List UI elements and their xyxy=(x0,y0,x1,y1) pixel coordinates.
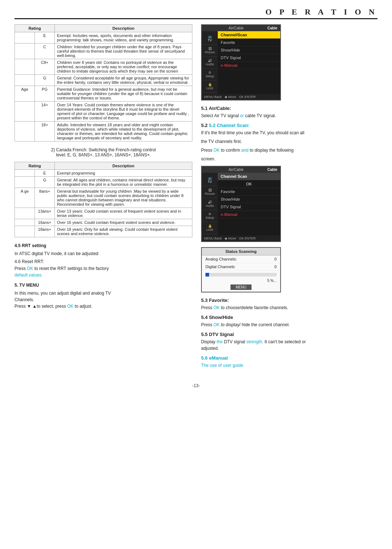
ok-ref-1: OK xyxy=(27,266,33,271)
table-row: 18ans+ Over 18 years: Only for adult vie… xyxy=(15,226,192,237)
tv-menu-bottombar-1: MENU Back ◆ Move OK ENTER xyxy=(202,94,280,100)
table-row: C Children: Intended for younger childre… xyxy=(15,44,192,59)
scan-progress-fill xyxy=(205,273,209,276)
age-cell xyxy=(15,170,35,177)
right-column: Air/Cable Cable 📺TV 🖼Picture 🔊Audio ⚙Set… xyxy=(201,24,377,372)
age-cell xyxy=(15,59,35,75)
tv-menu-screenshot-2: Air/Cable Cable 📺TV 🖼Picture 🔊Audio ⚙Set… xyxy=(201,166,281,242)
section-4-5: 4.5 RRT setting In ATSC digital TV mode,… xyxy=(15,243,192,278)
desc-cell: General: Considered acceptable for all a… xyxy=(55,75,192,86)
ok-ref-5: OK xyxy=(213,322,220,327)
air-cable-label-2: Air/Cable xyxy=(229,168,244,172)
section-51: 5.1 Air/Cable: Select Air TV signal or c… xyxy=(201,106,377,119)
rating-cell: 13ans+ xyxy=(35,208,55,219)
table-row: 13ans+ Over 13 years: Could contain scen… xyxy=(15,208,192,219)
menu-ok-btn: OK xyxy=(218,180,280,188)
section-51-body: Select Air TV signal or cable TV signal. xyxy=(201,112,377,119)
tv-menu-items-1: Channel/Scan Favorite Show/Hide DTV Sign… xyxy=(218,31,280,94)
menu-button[interactable]: MENU xyxy=(230,284,251,290)
table-row: 14+ Over 14 Years: Could contain themes … xyxy=(15,102,192,122)
age-cell xyxy=(15,177,35,188)
page-title: O P E R A T I O N xyxy=(265,7,377,16)
desc-cell: Over 18 years: Only for adult viewing. C… xyxy=(55,226,192,237)
tv-icon-picture-2: 🖼Picture xyxy=(202,186,218,198)
table-row: G General: Considered acceptable for all… xyxy=(15,75,192,86)
rating-cell: 16ans+ xyxy=(35,219,55,226)
rating-cell: C8+ xyxy=(35,59,55,75)
section-53: 5.3 Favorite: Press OK to choose/delete … xyxy=(201,298,377,311)
page-number: -13- xyxy=(15,383,377,388)
desc-cell: Over 16 years: Could contain frequent vi… xyxy=(55,219,192,226)
the-text: the xyxy=(217,339,223,344)
desc-cell: Over 13 years: Could contain scenes of f… xyxy=(55,208,192,219)
desc-cell: Exempt: Includes news, sports, documents… xyxy=(55,32,192,44)
section-53-body: Press OK to choose/delete favorite chann… xyxy=(201,304,377,311)
age-cell xyxy=(15,75,35,86)
ok-ref-2: OK xyxy=(67,304,73,309)
desc-cell: Adults: Intended for viewers 18 years an… xyxy=(55,122,192,142)
table-row: 16ans+ Over 16 years: Could contain freq… xyxy=(15,219,192,226)
digital-channels-row: Digital Channels: 0 xyxy=(202,263,280,271)
menu-item-emanual-1: e-Manual xyxy=(218,62,280,69)
menu-item-dtv-signal-1: DTV Signal xyxy=(218,54,280,62)
table2-col2: Description xyxy=(55,162,192,170)
digital-val: 0 xyxy=(274,265,277,269)
menu-item-dtv-signal-2: DTV Signal xyxy=(218,203,280,211)
section-5-body3: Press ▼ ▲to select, press OK to adjust. xyxy=(15,303,192,310)
section-45-heading: 4.5 RRT setting xyxy=(15,243,192,248)
age-cell xyxy=(15,226,35,237)
rating-cell: 8ans+ xyxy=(35,188,55,208)
left-column: Rating Description E Exempt: Includes ne… xyxy=(15,24,192,372)
canada-notice: 2) Canada French: Switching the French-r… xyxy=(15,147,192,157)
cable-label-1: Cable xyxy=(268,26,277,30)
analog-val: 0 xyxy=(274,257,277,261)
section-45-body1: In ATSC digital TV mode, it can be adjus… xyxy=(15,250,192,257)
tv-menu-icons-1: 📺TV 🖼Picture 🔊Audio ⚙Setup 🔒Lock xyxy=(202,31,218,94)
section-56-heading: 5.6 eManual xyxy=(201,355,377,361)
rating-cell: 18+ xyxy=(35,122,55,142)
scan-progress-bar xyxy=(205,273,277,276)
air-cable-label-1: Air/Cable xyxy=(229,26,244,30)
status-scan-title: Status Scanning xyxy=(202,248,280,255)
rating-cell: C xyxy=(35,44,55,59)
section-5: 5. TV MENU In this menu, you can adjust … xyxy=(15,283,192,310)
tv-menu-icons-2: 📺TV 🖼Picture 🔊Audio ⚙Setup 🔒Lock xyxy=(202,173,218,235)
tv-menu-sidebar-2: 📺TV 🖼Picture 🔊Audio ⚙Setup 🔒Lock Channel… xyxy=(202,173,280,235)
section-55: 5.5 DTV Signal Display the DTV signal st… xyxy=(201,332,377,352)
desc-cell: General: All ages and children, contains… xyxy=(55,177,192,188)
scan-pct-text: 5 %... xyxy=(202,279,280,283)
age-cell xyxy=(15,44,35,59)
section-52-heading: 5.2 5.2 Channel Scan: xyxy=(201,123,377,128)
tv-icon-audio-2: 🔊Audio xyxy=(202,198,218,210)
table-row: C8+ Children over 8 years old: Contains … xyxy=(15,59,192,75)
rating-cell: G xyxy=(35,75,55,86)
section-54-body: Press OK to display/ hide the current ch… xyxy=(201,321,377,328)
rating-cell: E xyxy=(35,170,55,177)
desc-cell: Children: Intended for younger children … xyxy=(55,44,192,59)
age-cell xyxy=(15,102,35,122)
desc-cell: Children over 8 years old: Contains no p… xyxy=(55,59,192,75)
ok-ref-3: OK xyxy=(213,148,220,153)
tv-menu-topbar-1: Air/Cable Cable xyxy=(202,25,280,31)
menu-item-show-hide-1: Show/Hide xyxy=(218,46,280,54)
menu-item-favorite-2: Favorite xyxy=(218,188,280,196)
tv-menu-sidebar-1: 📺TV 🖼Picture 🔊Audio ⚙Setup 🔒Lock Channel… xyxy=(202,31,280,94)
section-55-heading: 5.5 DTV Signal xyxy=(201,332,377,337)
section-51-heading: 5.1 Air/Cable: xyxy=(201,106,377,111)
rating-cell: PG xyxy=(35,86,55,102)
section-46-body: Press OK to reset the RRT settings to th… xyxy=(15,265,192,278)
tv-icon-audio: 🔊Audio xyxy=(202,57,218,69)
table-row: G General: All ages and children, contai… xyxy=(15,177,192,188)
section-46-heading: 4.6 Reset RRT: xyxy=(15,259,192,264)
rating-cell: 18ans+ xyxy=(35,226,55,237)
age-cell: Age xyxy=(15,86,35,102)
table-row: E Exempt: Includes news, sports, documen… xyxy=(15,32,192,44)
section-52-body1: If it's the first time you use the TV, y… xyxy=(201,130,377,136)
table-row: Age PG Parental Guidance: Intended for a… xyxy=(15,86,192,102)
tv-icon-tv: 📺TV xyxy=(202,33,218,45)
rating-cell: 14+ xyxy=(35,102,55,122)
ok-ref-4: OK xyxy=(213,305,220,310)
analog-channels-row: Analog Channels: 0 xyxy=(202,255,280,263)
and-text: and xyxy=(241,148,249,153)
menu-item-show-hide-2: Show/Hide xyxy=(218,196,280,203)
